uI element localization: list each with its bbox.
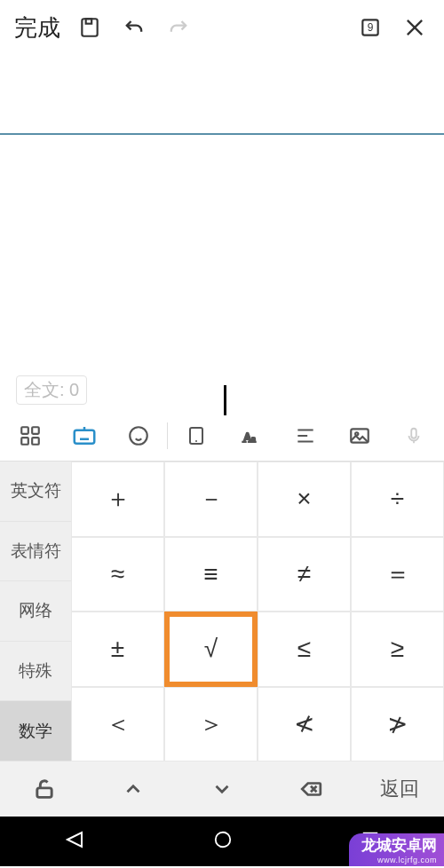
symbol-key[interactable]: ≠ bbox=[258, 537, 351, 612]
watermark-title: 龙城安卓网 bbox=[361, 835, 437, 856]
screen-icon[interactable] bbox=[170, 410, 222, 462]
symbol-key[interactable]: ＜ bbox=[71, 687, 164, 762]
undo-icon[interactable] bbox=[112, 0, 156, 55]
chevron-up-icon[interactable] bbox=[89, 761, 178, 817]
symbol-grid: ＋ － × ÷ ≈ ≡ ≠ ＝ ± √ ≤ ≥ ＜ ＞ ≮ ≯ bbox=[71, 462, 444, 761]
symbol-key[interactable]: ÷ bbox=[351, 462, 444, 537]
badge-icon[interactable]: 9 bbox=[348, 0, 392, 55]
category-column: 英文符 表情符 网络 特殊 数学 bbox=[0, 462, 71, 761]
svg-text:9: 9 bbox=[368, 21, 374, 34]
svg-point-11 bbox=[195, 440, 197, 442]
svg-point-18 bbox=[216, 832, 231, 848]
return-button[interactable]: 返回 bbox=[355, 761, 444, 817]
svg-text:a: a bbox=[251, 432, 256, 443]
svg-point-9 bbox=[131, 427, 148, 445]
symbol-key-sqrt[interactable]: √ bbox=[164, 612, 258, 687]
svg-rect-0 bbox=[82, 19, 97, 36]
symbol-key[interactable]: ≥ bbox=[351, 612, 444, 687]
font-icon[interactable]: Aa bbox=[225, 410, 277, 462]
close-icon[interactable] bbox=[392, 0, 437, 55]
nav-back-icon[interactable] bbox=[64, 829, 85, 854]
apps-icon[interactable] bbox=[4, 410, 56, 462]
redo-icon bbox=[156, 0, 201, 55]
keyboard-bottom-row: 返回 bbox=[0, 761, 444, 817]
symbol-key[interactable]: ≮ bbox=[258, 687, 351, 762]
keyboard-icon[interactable] bbox=[58, 410, 110, 462]
watermark-url: www.lcjrfg.com bbox=[361, 856, 437, 864]
editor-body[interactable]: 全文: 0 bbox=[0, 135, 444, 410]
symbol-key[interactable]: ≈ bbox=[71, 537, 164, 612]
svg-rect-8 bbox=[75, 430, 95, 443]
symbol-key[interactable]: ≯ bbox=[351, 687, 444, 762]
symbol-key[interactable]: ± bbox=[71, 612, 164, 687]
category-network[interactable]: 网络 bbox=[0, 581, 71, 642]
symbol-key[interactable]: ≤ bbox=[258, 612, 351, 687]
save-icon[interactable] bbox=[67, 0, 112, 55]
svg-rect-16 bbox=[412, 428, 417, 438]
emoji-icon[interactable] bbox=[113, 410, 165, 462]
symbol-key[interactable]: ＝ bbox=[351, 537, 444, 612]
top-toolbar: 完成 9 bbox=[0, 0, 444, 55]
category-emoji[interactable]: 表情符 bbox=[0, 522, 71, 582]
nav-home-icon[interactable] bbox=[213, 830, 233, 853]
svg-rect-5 bbox=[32, 427, 39, 434]
category-math[interactable]: 数学 bbox=[0, 701, 71, 761]
image-icon[interactable] bbox=[333, 410, 385, 462]
backspace-icon[interactable] bbox=[266, 761, 355, 817]
system-navbar: 龙城安卓网 www.lcjrfg.com bbox=[0, 817, 444, 866]
svg-rect-4 bbox=[21, 427, 28, 434]
symbol-key[interactable]: ≡ bbox=[164, 537, 258, 612]
chevron-down-icon[interactable] bbox=[178, 761, 266, 817]
category-english[interactable]: 英文符 bbox=[0, 462, 71, 522]
char-counter: 全文: 0 bbox=[16, 375, 87, 405]
format-toolbar: Aa bbox=[0, 410, 444, 462]
symbol-keyboard: 英文符 表情符 网络 特殊 数学 ＋ － × ÷ ≈ ≡ ≠ ＝ ± √ ≤ ≥… bbox=[0, 462, 444, 761]
symbol-key[interactable]: － bbox=[164, 462, 258, 537]
watermark: 龙城安卓网 www.lcjrfg.com bbox=[349, 833, 444, 866]
svg-rect-1 bbox=[86, 19, 92, 23]
symbol-key[interactable]: × bbox=[258, 462, 351, 537]
svg-rect-7 bbox=[32, 438, 39, 445]
toolbar-divider bbox=[167, 422, 168, 449]
done-button[interactable]: 完成 bbox=[14, 12, 60, 43]
mic-icon[interactable] bbox=[388, 410, 440, 462]
svg-rect-6 bbox=[21, 438, 28, 445]
symbol-key[interactable]: ＞ bbox=[164, 687, 258, 762]
text-cursor bbox=[224, 385, 226, 415]
svg-rect-17 bbox=[37, 788, 52, 798]
category-special[interactable]: 特殊 bbox=[0, 642, 71, 702]
title-area[interactable] bbox=[0, 55, 444, 135]
align-icon[interactable] bbox=[279, 410, 331, 462]
lock-icon[interactable] bbox=[0, 761, 89, 817]
symbol-key[interactable]: ＋ bbox=[71, 462, 164, 537]
